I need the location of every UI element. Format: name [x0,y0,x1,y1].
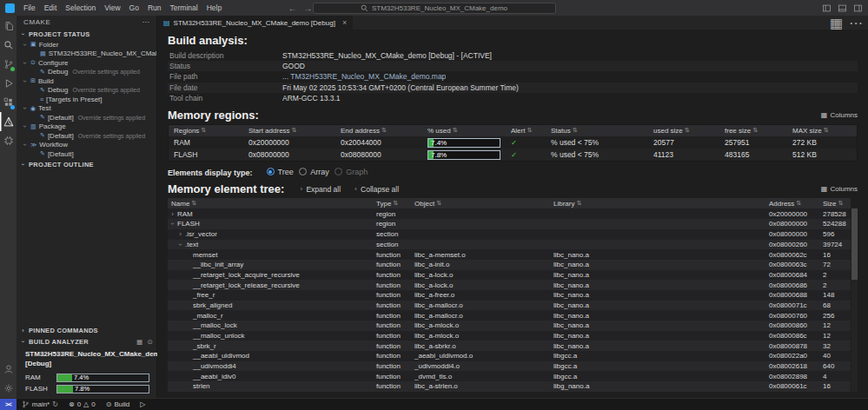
column-header[interactable]: Name ⇅ [168,200,373,208]
memory-element-row[interactable]: strlen function libc_a-strlen.o libg_nan… [168,381,851,392]
more-actions-icon[interactable]: ⋯ [142,18,149,26]
expand-all-button[interactable]: › Expand all [298,185,341,194]
close-icon[interactable]: × [342,18,347,27]
tree-item[interactable]: › ⊞ Build [17,76,156,86]
split-editor-icon[interactable]: ▦ [830,15,843,31]
memory-element-row[interactable]: __malloc_lock function libc_a-mlock.o li… [168,321,851,331]
display-type-radio[interactable]: Tree [267,168,294,176]
column-header[interactable]: Library ⇅ [550,200,765,208]
settings-gear-icon[interactable] [0,379,17,398]
display-type-radio[interactable]: Graph [335,168,368,176]
run-debug-icon[interactable] [0,74,17,93]
memory-element-row[interactable]: __libc_init_array function libc_a-init.o… [168,260,851,270]
column-header[interactable]: Address ⇅ [765,200,819,208]
memory-region-row[interactable]: FLASH 0x08000000 0x08080000 7.8% ✓ [169,149,857,161]
account-icon[interactable] [0,360,17,379]
tree-item[interactable]: › ▥ Package [17,122,156,132]
memory-element-row[interactable]: __aeabi_uldivmod function _aeabi_uldivmo… [168,351,851,361]
used-percent-field[interactable]: 7.4% [427,138,500,148]
tree-item[interactable]: ▤ STM32H533RE_Nucleo_MX_CMake_demo [17,50,156,59]
column-header[interactable]: Status ⇅ [546,127,648,135]
tree-item[interactable]: › ▣ Folder [17,40,156,50]
menu-item[interactable]: Go [125,0,143,16]
tree-item[interactable]: › ◉ Test [17,104,156,114]
display-type-radio[interactable]: Array [299,168,329,176]
forward-icon[interactable]: → [304,3,313,13]
memory-region-row[interactable]: RAM 0x20000000 0x20044000 7.4% ✓ [169,136,857,149]
tree-item[interactable]: ✎ Debug Override settings applied [17,86,156,96]
memory-element-row[interactable]: __retarget_lock_release_recursive functi… [168,280,851,290]
memory-element-row[interactable]: › FLASH region 0x08000000 524288 [168,219,851,229]
search-icon[interactable] [0,36,17,55]
configure-icon: ⊙ [30,59,36,66]
branch-status[interactable]: main* ↻ [17,399,63,410]
memory-element-row[interactable]: __retarget_lock_acquire_recursive functi… [168,270,851,281]
memory-element-row[interactable]: _malloc_r function libc_a-mallocr.o libc… [168,310,851,321]
memory-element-row[interactable]: __aeabi_idiv0 function _dvmd_tls.o libgc… [168,371,851,381]
tree-item[interactable]: › ≫ Workflow [17,141,156,150]
column-header[interactable]: End address ⇅ [335,127,422,135]
columns-button[interactable]: ▦ Columns [821,111,858,119]
column-header[interactable]: % used ⇅ [422,127,506,135]
tree-item[interactable]: ✎ [Default] Override settings applied [17,131,156,141]
section-project-status[interactable]: › PROJECT STATUS [17,29,156,40]
tab-build-analysis[interactable]: ▤ STM32H533RE_Nucleo_MX_CMake_demo [Debu… [157,16,353,30]
menu-item[interactable]: Run [143,0,166,16]
menu-item[interactable]: Terminal [166,0,202,16]
debug-launch-button[interactable]: ▷ [135,399,150,410]
tree-item[interactable]: ✎ [Default] Override settings applied [17,113,156,122]
menu-item[interactable]: File [19,0,40,16]
menu-item[interactable]: View [100,0,124,16]
columns-button[interactable]: ▦ Columns [821,185,858,193]
memory-element-row[interactable]: __udivmoddi4 function _udivmoddi4.o libg… [168,361,851,372]
memory-element-row[interactable]: sbrk_aligned function libc_a-mallocr.o l… [168,301,851,311]
memory-element-row[interactable]: memset function libc_a-memset.o libc_nan… [168,249,851,260]
column-header[interactable]: MAX size ⇅ [787,127,857,135]
command-center-search[interactable]: STM32H533RE_Nucleo_MX_CMake_demo [313,3,556,14]
column-header[interactable]: Size ⇅ [819,200,851,208]
memory-element-row[interactable]: __malloc_unlock function libc_a-mlock.o … [168,331,851,341]
used-percent-field[interactable]: 7.8% [427,150,500,160]
cmake-icon[interactable] [0,112,17,131]
scrollbar-thumb[interactable] [851,208,858,280]
memory-usage-row: RAM 7.4% [25,372,149,383]
customize-layout-icon[interactable] [853,3,863,13]
problems-status[interactable]: ⊗ 0 △ 0 [63,399,101,410]
section-pinned-commands[interactable]: › PINNED COMMANDS [17,325,156,336]
section-build-analyzer[interactable]: › BUILD ANALYZER ▦ ⊙ [17,336,156,347]
menu-item[interactable]: Edit [40,0,62,16]
source-control-icon[interactable] [0,55,17,74]
scrollbar[interactable] [851,208,858,391]
back-icon[interactable]: ← [288,3,297,13]
column-header[interactable]: Object ⇅ [411,200,550,208]
gear-icon[interactable]: ⊙ [147,338,153,346]
extensions-icon[interactable] [0,93,17,112]
tree-item[interactable]: › ⊙ Configure [17,58,156,68]
chart-icon[interactable]: ▦ [136,338,142,346]
explorer-icon[interactable] [0,17,17,36]
column-header[interactable]: Alert ⇅ [506,127,546,135]
toggle-panel-icon[interactable] [838,3,847,13]
toggle-sidebar-icon[interactable] [822,3,832,13]
collapse-all-button[interactable]: › Collapse all [353,185,399,194]
memory-element-row[interactable]: _sbrk_r function libc_a-sbrkr.o libc_nan… [168,341,851,351]
tree-item[interactable]: ✎ Debug Override settings applied [17,68,156,77]
memory-element-row[interactable]: › RAM region 0x20000000 278528 [168,208,851,219]
memory-element-row[interactable]: › .isr_vector section 0x08000000 596 [168,229,851,240]
column-header[interactable]: Type ⇅ [373,200,411,208]
section-project-outline[interactable]: › PROJECT OUTLINE [17,159,156,170]
column-header[interactable]: free size ⇅ [719,127,787,135]
column-header[interactable]: Regions ⇅ [169,127,243,135]
menu-item[interactable]: Selection [61,0,100,16]
tree-item[interactable]: ≡ [Targets in Preset] [17,95,156,104]
remote-indicator[interactable]: >< [0,399,17,410]
column-header[interactable]: Start address ⇅ [243,127,335,135]
more-actions-icon[interactable]: ⋯ [849,15,863,31]
menu-item[interactable]: Help [202,0,226,16]
memory-element-row[interactable]: › .text section 0x08000260 39724 [168,240,851,250]
stm32-chip-icon[interactable] [0,131,17,150]
tree-item[interactable]: ✎ [Default] [17,149,156,159]
column-header[interactable]: used size ⇅ [648,127,719,135]
memory-element-row[interactable]: _free_r function libc_a-freer.o libc_nan… [168,290,851,301]
cmake-build-button[interactable]: ⊙ Build [101,399,136,410]
